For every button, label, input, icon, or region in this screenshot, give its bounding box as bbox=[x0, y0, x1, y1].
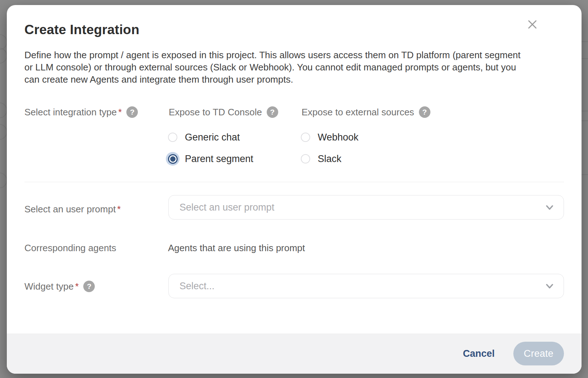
required-asterisk: * bbox=[75, 281, 79, 292]
radio-generic-chat-label: Generic chat bbox=[185, 132, 240, 143]
backdrop-row-line bbox=[582, 41, 588, 42]
corresponding-agents-label: Corresponding agents bbox=[24, 242, 116, 254]
widget-type-select[interactable]: Select... bbox=[168, 274, 564, 298]
description-line: or LLM console) or through external sour… bbox=[24, 61, 521, 73]
user-prompt-label-text: Select an user prompt bbox=[24, 204, 116, 215]
dialog-description: Define how the prompt / agent is exposed… bbox=[24, 49, 521, 86]
create-button[interactable]: Create bbox=[513, 342, 564, 365]
widget-type-placeholder: Select... bbox=[179, 281, 544, 292]
radio-webhook[interactable]: Webhook bbox=[299, 130, 359, 144]
required-asterisk: * bbox=[118, 107, 122, 118]
radio-selected-icon[interactable] bbox=[166, 152, 179, 166]
create-integration-dialog: Create Integration Define how the prompt… bbox=[7, 5, 582, 374]
integration-type-label: Select integration type* ? bbox=[24, 106, 138, 118]
widget-type-label: Widget type* ? bbox=[24, 280, 95, 292]
backdrop-card-edge bbox=[0, 124, 7, 140]
section-divider bbox=[24, 182, 564, 182]
integration-type-help-icon[interactable]: ? bbox=[126, 106, 138, 118]
external-sources-help-icon[interactable]: ? bbox=[419, 106, 430, 118]
close-button[interactable] bbox=[524, 17, 540, 32]
backdrop-card-edge bbox=[0, 34, 7, 50]
radio-webhook-label: Webhook bbox=[318, 132, 359, 143]
radio-parent-segment-label: Parent segment bbox=[185, 153, 253, 165]
radio-unselected-icon[interactable] bbox=[299, 152, 312, 166]
external-sources-heading-text: Expose to external sources bbox=[302, 107, 414, 118]
chevron-down-icon bbox=[544, 281, 555, 291]
backdrop-row-line bbox=[582, 58, 588, 59]
radio-unselected-icon[interactable] bbox=[299, 130, 312, 144]
integration-type-label-text: Select integration type bbox=[24, 107, 117, 118]
backdrop-row-line bbox=[582, 174, 588, 175]
dialog-footer: Cancel Create bbox=[7, 333, 582, 374]
radio-unselected-icon[interactable] bbox=[166, 130, 179, 144]
dialog-title: Create Integration bbox=[24, 22, 139, 37]
corresponding-agents-value: Agents that are using this prompt bbox=[168, 242, 305, 254]
td-console-heading-text: Expose to TD Console bbox=[169, 107, 262, 118]
backdrop-row-line bbox=[582, 120, 588, 121]
corresponding-agents-label-text: Corresponding agents bbox=[24, 243, 116, 254]
backdrop-card-edge bbox=[0, 102, 7, 118]
widget-type-help-icon[interactable]: ? bbox=[83, 281, 95, 292]
chevron-down-icon bbox=[544, 202, 555, 213]
required-asterisk: * bbox=[117, 204, 121, 215]
backdrop-row-line bbox=[582, 111, 588, 111]
description-line: can create new Agents and integrate them… bbox=[24, 73, 521, 86]
close-icon bbox=[527, 19, 538, 30]
cancel-button[interactable]: Cancel bbox=[458, 345, 500, 363]
user-prompt-placeholder: Select an user prompt bbox=[179, 202, 544, 213]
backdrop-card-edge bbox=[0, 172, 7, 188]
td-console-help-icon[interactable]: ? bbox=[267, 106, 278, 118]
td-console-group-heading: Expose to TD Console ? bbox=[169, 106, 278, 118]
radio-slack-label: Slack bbox=[318, 153, 341, 165]
radio-slack[interactable]: Slack bbox=[299, 152, 341, 166]
external-sources-group-heading: Expose to external sources ? bbox=[302, 106, 430, 118]
user-prompt-label: Select an user prompt* bbox=[24, 203, 121, 215]
widget-type-label-text: Widget type bbox=[24, 281, 74, 292]
radio-parent-segment[interactable]: Parent segment bbox=[166, 152, 253, 166]
backdrop-card-edge bbox=[0, 48, 7, 64]
user-prompt-select[interactable]: Select an user prompt bbox=[168, 195, 564, 220]
radio-generic-chat[interactable]: Generic chat bbox=[166, 130, 240, 144]
description-line: Define how the prompt / agent is exposed… bbox=[24, 49, 521, 61]
